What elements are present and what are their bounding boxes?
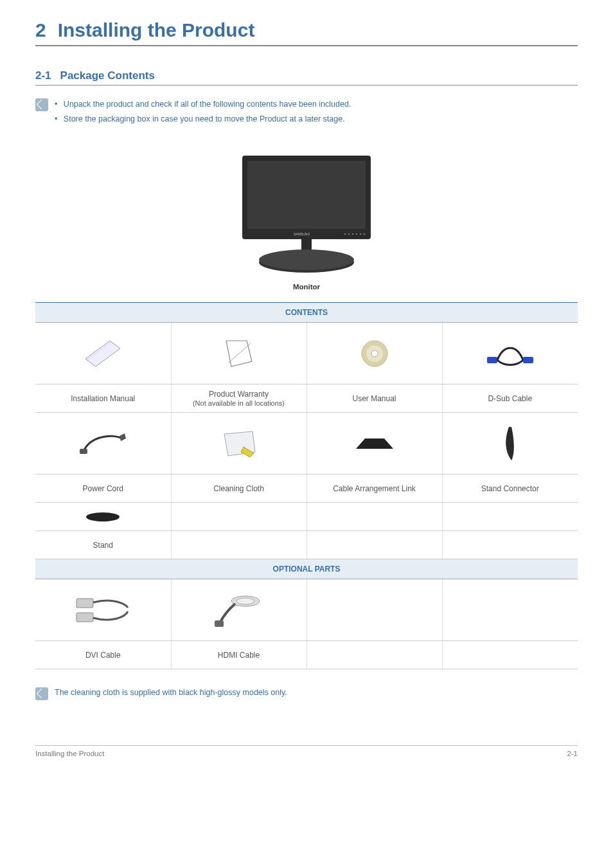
warranty-label-line2: (Not available in all locations) (193, 399, 285, 407)
cell-hdmi-cable-img (171, 579, 306, 641)
svg-point-30 (236, 598, 254, 604)
footer-left: Installing the Product (35, 750, 104, 757)
stand-icon (82, 511, 123, 523)
empty-cell (442, 641, 578, 669)
empty-cell (171, 531, 306, 559)
empty-cell (442, 579, 578, 641)
monitor-caption: Monitor (35, 283, 578, 291)
note-icon (35, 687, 48, 700)
empty-cell (306, 579, 442, 641)
svg-point-7 (360, 233, 362, 235)
cell-cleaning-cloth-img (171, 413, 306, 475)
svg-point-4 (348, 233, 350, 235)
empty-cell (306, 641, 442, 669)
cell-stand-connector-label: Stand Connector (442, 475, 578, 503)
note-icon (35, 98, 48, 111)
table-header-contents: CONTENTS (35, 303, 578, 323)
note-text: The cleaning cloth is supplied with blac… (55, 686, 287, 699)
note-list: Unpack the product and check if all of t… (55, 97, 351, 126)
svg-rect-31 (215, 620, 224, 627)
cell-cleaning-cloth-label: Cleaning Cloth (171, 475, 306, 503)
note-item: Store the packaging box in case you need… (55, 112, 351, 127)
cell-user-manual-label: User Manual (306, 384, 442, 413)
cell-dsub-cable-img (442, 323, 578, 384)
cell-dvi-cable-label: DVI Cable (35, 641, 171, 669)
table-header-optional: OPTIONAL PARTS (35, 559, 578, 579)
svg-point-11 (259, 249, 354, 270)
svg-text:SAMSUNG: SAMSUNG (294, 232, 310, 236)
cell-dsub-cable-label: D-Sub Cable (442, 384, 578, 413)
svg-rect-25 (366, 439, 383, 442)
svg-point-3 (344, 233, 346, 235)
cell-user-manual-img (306, 323, 442, 384)
svg-point-8 (364, 233, 366, 235)
chapter-number: 2 (35, 19, 46, 41)
empty-cell (442, 531, 578, 559)
empty-cell (442, 503, 578, 531)
section-name: Package Contents (60, 69, 155, 82)
empty-cell (171, 503, 306, 531)
note-item: Unpack the product and check if all of t… (55, 97, 351, 112)
cell-cable-link-img (306, 413, 442, 475)
cell-hdmi-cable-label: HDMI Cable (171, 641, 306, 669)
svg-rect-20 (523, 357, 533, 363)
power-cord-icon (77, 429, 129, 458)
svg-point-18 (371, 350, 378, 357)
note-block: The cleaning cloth is supplied with blac… (35, 686, 578, 700)
section-number: 2-1 (35, 69, 51, 82)
monitor-figure: SAMSUNG Monitor (35, 152, 578, 291)
chapter-title: 2Installing the Product (35, 19, 578, 46)
svg-marker-22 (120, 433, 126, 441)
cloth-icon (218, 428, 260, 460)
disc-icon (358, 337, 391, 370)
svg-rect-27 (76, 599, 93, 608)
svg-point-26 (86, 512, 120, 521)
empty-cell (306, 503, 442, 531)
cell-stand-img (35, 503, 171, 531)
empty-cell (306, 531, 442, 559)
warranty-icon (221, 337, 257, 370)
svg-point-6 (356, 233, 358, 235)
hdmi-cable-icon (213, 592, 265, 628)
footer-right: 2-1 (567, 750, 578, 757)
warranty-label-line1: Product Warranty (209, 390, 269, 399)
cell-power-cord-img (35, 413, 171, 475)
cell-dvi-cable-img (35, 579, 171, 641)
svg-rect-21 (80, 449, 87, 454)
section-title: 2-1Package Contents (35, 69, 578, 86)
page-footer: Installing the Product 2-1 (35, 745, 578, 757)
svg-rect-1 (247, 161, 366, 229)
cell-cable-link-label: Cable Arrangement Link (306, 475, 442, 503)
contents-table: CONTENTS (35, 302, 578, 669)
chapter-name: Installing the Product (58, 19, 255, 41)
note-block: Unpack the product and check if all of t… (35, 97, 578, 126)
stand-connector-icon (497, 424, 523, 463)
monitor-icon: SAMSUNG (229, 152, 384, 274)
svg-rect-28 (76, 613, 93, 622)
cell-stand-label: Stand (35, 531, 171, 559)
cell-power-cord-label: Power Cord (35, 475, 171, 503)
cell-installation-manual-label: Installation Manual (35, 384, 171, 413)
svg-point-5 (352, 233, 354, 235)
dsub-cable-icon (484, 338, 536, 370)
cell-stand-connector-img (442, 413, 578, 475)
manual-icon (82, 337, 124, 370)
cell-warranty-label: Product Warranty (Not available in all l… (171, 384, 306, 413)
dvi-cable-icon (74, 595, 132, 626)
svg-rect-19 (487, 357, 497, 363)
svg-rect-9 (301, 239, 312, 251)
cell-warranty-img (171, 323, 306, 384)
cable-link-icon (352, 433, 397, 454)
cell-installation-manual-img (35, 323, 171, 384)
